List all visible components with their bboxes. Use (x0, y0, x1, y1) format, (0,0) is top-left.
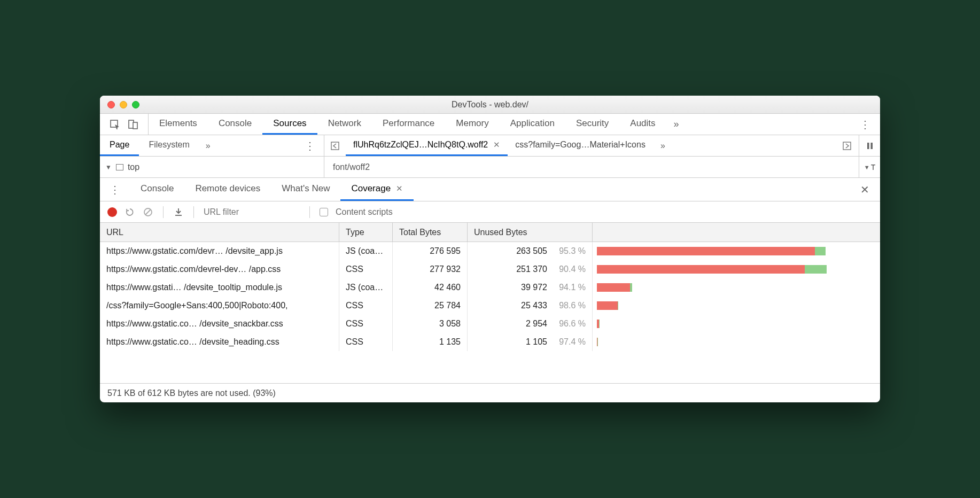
cell-visualization (593, 297, 880, 315)
col-type[interactable]: Type (339, 223, 393, 242)
cell-type: CSS (339, 333, 393, 351)
col-visualization (593, 223, 880, 242)
close-drawer-tab-icon[interactable]: ✕ (396, 184, 403, 193)
coverage-toolbar: Content scripts (100, 201, 880, 223)
zoom-window-button[interactable] (132, 101, 139, 108)
drawer-tabs: ⋮ ConsoleRemote devicesWhat's NewCoverag… (100, 178, 880, 201)
coverage-row[interactable]: /css?family=Google+Sans:400,500|Roboto:4… (100, 297, 880, 315)
coverage-row[interactable]: https://www.gstatic.com/devrel-dev… /app… (100, 260, 880, 278)
col-url[interactable]: URL (100, 223, 339, 242)
clear-icon[interactable] (143, 207, 153, 217)
cell-total: 42 460 (393, 278, 468, 297)
svg-rect-2 (133, 122, 137, 129)
nav-tab-filesystem[interactable]: Filesystem (139, 135, 199, 156)
threads-label: T (871, 163, 876, 172)
main-tab-network[interactable]: Network (317, 114, 372, 135)
coverage-row[interactable]: https://www.gstatic.co… /devsite_snackba… (100, 315, 880, 333)
cell-visualization (593, 333, 880, 351)
coverage-row[interactable]: https://www.gstatic.co… /devsite_heading… (100, 333, 880, 351)
main-tab-performance[interactable]: Performance (372, 114, 445, 135)
close-tab-icon[interactable]: ✕ (493, 140, 500, 150)
url-filter-input[interactable] (204, 207, 300, 217)
coverage-row[interactable]: https://www.gstati… /devsite_tooltip_mod… (100, 278, 880, 297)
content-scripts-checkbox[interactable] (320, 208, 328, 216)
threads-expand-icon[interactable]: ▼ (864, 164, 870, 170)
page-tree[interactable]: ▼ top (100, 157, 324, 177)
coverage-row[interactable]: https://www.gstatic.com/devr… /devsite_a… (100, 242, 880, 260)
col-total[interactable]: Total Bytes (393, 223, 468, 242)
minimize-window-button[interactable] (120, 101, 127, 108)
inspect-element-icon[interactable] (110, 119, 120, 130)
cell-unused: 1 10597.4 % (468, 333, 593, 351)
cell-total: 25 784 (393, 297, 468, 315)
cell-total: 276 595 (393, 242, 468, 260)
inspect-tools (100, 114, 149, 135)
col-unused[interactable]: Unused Bytes (468, 223, 593, 242)
cell-total: 277 932 (393, 260, 468, 278)
frame-icon (116, 164, 123, 170)
svg-rect-3 (331, 142, 339, 150)
threads-panel[interactable]: ▼ T (859, 157, 880, 177)
cell-visualization (593, 242, 880, 260)
main-tab-memory[interactable]: Memory (445, 114, 499, 135)
main-tab-security[interactable]: Security (565, 114, 619, 135)
more-tabs-icon[interactable]: » (666, 119, 687, 130)
cell-unused: 2 95496.6 % (468, 315, 593, 333)
cell-visualization (593, 315, 880, 333)
nav-tab-page[interactable]: Page (100, 135, 139, 156)
expand-triangle-icon[interactable]: ▼ (105, 164, 112, 171)
cell-type: JS (coa… (339, 278, 393, 297)
export-icon[interactable] (173, 207, 184, 217)
drawer-tab-what-s-new[interactable]: What's New (271, 178, 340, 201)
drawer-tab-coverage[interactable]: Coverage✕ (340, 178, 414, 201)
svg-rect-6 (870, 143, 873, 149)
main-tab-audits[interactable]: Audits (619, 114, 666, 135)
status-bar: 571 KB of 612 KB bytes are not used. (93… (100, 383, 880, 402)
drawer-menu-icon[interactable]: ⋮ (100, 183, 130, 196)
file-tab[interactable]: css?family=Goog…Material+Icons (508, 135, 653, 156)
window-title: DevTools - web.dev/ (100, 100, 880, 110)
content-mime-label: font/woff2 (333, 162, 370, 172)
sources-subrow: PageFilesystem » ⋮ flUhRq6tzZclQEJ…NcIhQ… (100, 135, 880, 157)
cell-type: CSS (339, 260, 393, 278)
cell-url: /css?family=Google+Sans:400,500|Roboto:4… (100, 297, 339, 315)
drawer-tab-label: Console (141, 183, 174, 194)
main-tab-console[interactable]: Console (208, 114, 262, 135)
coverage-table-header: URL Type Total Bytes Unused Bytes (100, 223, 880, 242)
record-button[interactable] (107, 207, 117, 217)
cell-url: https://www.gstatic.co… /devsite_snackba… (100, 315, 339, 333)
close-window-button[interactable] (107, 101, 115, 108)
cell-type: CSS (339, 315, 393, 333)
main-tab-application[interactable]: Application (500, 114, 565, 135)
cell-type: JS (coa… (339, 242, 393, 260)
drawer-tab-console[interactable]: Console (130, 178, 184, 201)
pause-script-button[interactable] (859, 135, 880, 156)
drawer-tab-label: Remote devices (195, 183, 260, 194)
file-tabs-overflow-icon[interactable]: » (653, 141, 673, 151)
content-scripts-label: Content scripts (336, 207, 393, 217)
cell-unused: 263 50595.3 % (468, 242, 593, 260)
reload-icon[interactable] (125, 207, 135, 217)
navigator-menu-icon[interactable]: ⋮ (296, 139, 324, 152)
main-tab-elements[interactable]: Elements (149, 114, 208, 135)
main-tab-sources[interactable]: Sources (262, 114, 317, 135)
traffic-lights (100, 101, 139, 108)
prev-tab-icon[interactable] (324, 142, 346, 150)
cell-visualization (593, 278, 880, 297)
next-tab-icon[interactable] (835, 142, 859, 150)
cell-url: https://www.gstatic.co… /devsite_heading… (100, 333, 339, 351)
main-menu-icon[interactable]: ⋮ (850, 118, 880, 131)
cell-url: https://www.gstati… /devsite_tooltip_mod… (100, 278, 339, 297)
drawer-close-icon[interactable]: ✕ (850, 183, 880, 196)
cell-total: 3 058 (393, 315, 468, 333)
cell-total: 1 135 (393, 333, 468, 351)
device-toolbar-icon[interactable] (128, 119, 138, 130)
devtools-window: DevTools - web.dev/ ElementsConsoleSourc… (100, 96, 880, 402)
coverage-table-body: https://www.gstatic.com/devr… /devsite_a… (100, 242, 880, 351)
cell-unused: 39 97294.1 % (468, 278, 593, 297)
svg-line-8 (145, 209, 151, 215)
navigator-overflow-icon[interactable]: » (199, 141, 217, 151)
cell-url: https://www.gstatic.com/devrel-dev… /app… (100, 260, 339, 278)
file-tab[interactable]: flUhRq6tzZclQEJ…NcIhQ8tQ.woff2✕ (346, 135, 508, 156)
drawer-tab-remote-devices[interactable]: Remote devices (184, 178, 271, 201)
